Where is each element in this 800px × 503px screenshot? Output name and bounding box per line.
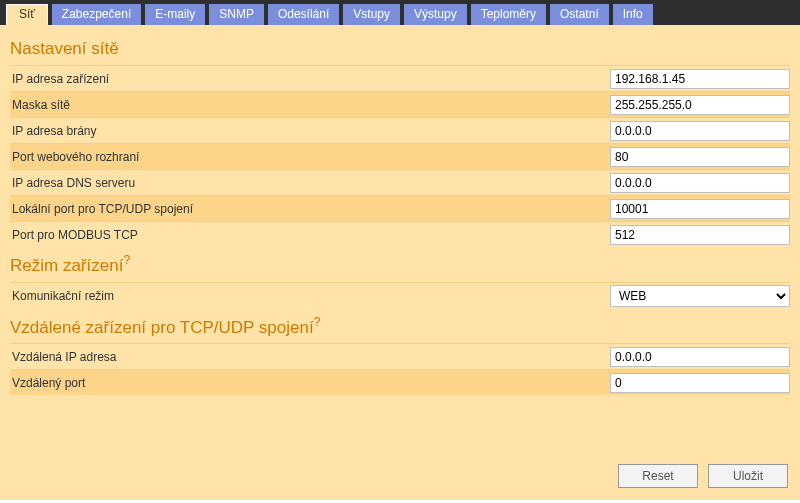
label-rip: Vzdálená IP adresa: [10, 350, 610, 364]
label-gateway: IP adresa brány: [10, 124, 610, 138]
section-title-remote-text: Vzdálené zařízení pro TCP/UDP spojení: [10, 317, 314, 336]
input-rip[interactable]: [610, 347, 790, 367]
tab-info[interactable]: Info: [613, 4, 653, 25]
row-gateway: IP adresa brány: [10, 117, 790, 143]
tab-ostatni[interactable]: Ostatní: [550, 4, 609, 25]
row-commmode: Komunikační režim WEB: [10, 282, 790, 309]
save-button[interactable]: Uložit: [708, 464, 788, 488]
label-dns: IP adresa DNS serveru: [10, 176, 610, 190]
label-modbus: Port pro MODBUS TCP: [10, 228, 610, 242]
section-title-mode-text: Režim zařízení: [10, 256, 123, 275]
row-ip: IP adresa zařízení: [10, 65, 790, 91]
input-webport[interactable]: [610, 147, 790, 167]
input-localport[interactable]: [610, 199, 790, 219]
select-commmode[interactable]: WEB: [610, 285, 790, 307]
label-ip: IP adresa zařízení: [10, 72, 610, 86]
row-rport: Vzdálený port: [10, 369, 790, 395]
tab-teplomery[interactable]: Teploměry: [471, 4, 546, 25]
row-mask: Maska sítě: [10, 91, 790, 117]
tab-emaily[interactable]: E-maily: [145, 4, 205, 25]
label-rport: Vzdálený port: [10, 376, 610, 390]
input-dns[interactable]: [610, 173, 790, 193]
input-rport[interactable]: [610, 373, 790, 393]
input-mask[interactable]: [610, 95, 790, 115]
reset-button[interactable]: Reset: [618, 464, 698, 488]
row-modbus: Port pro MODBUS TCP: [10, 221, 790, 247]
help-icon[interactable]: ?: [314, 315, 321, 329]
row-webport: Port webového rozhraní: [10, 143, 790, 169]
label-localport: Lokální port pro TCP/UDP spojení: [10, 202, 610, 216]
section-title-remote: Vzdálené zařízení pro TCP/UDP spojení?: [10, 309, 790, 344]
row-dns: IP adresa DNS serveru: [10, 169, 790, 195]
input-modbus[interactable]: [610, 225, 790, 245]
tab-vystupy[interactable]: Výstupy: [404, 4, 467, 25]
input-gateway[interactable]: [610, 121, 790, 141]
help-icon[interactable]: ?: [123, 253, 130, 267]
tab-vstupy[interactable]: Vstupy: [343, 4, 400, 25]
section-title-net: Nastavení sítě: [10, 33, 790, 65]
tab-zabezpeceni[interactable]: Zabezpečení: [52, 4, 141, 25]
tab-bar: Síť Zabezpečení E-maily SNMP Odesílání V…: [0, 0, 800, 25]
label-mask: Maska sítě: [10, 98, 610, 112]
label-commmode: Komunikační režim: [10, 289, 610, 303]
footer-buttons: Reset Uložit: [618, 464, 788, 488]
tab-sit[interactable]: Síť: [6, 4, 48, 25]
section-title-mode: Režim zařízení?: [10, 247, 790, 282]
row-localport: Lokální port pro TCP/UDP spojení: [10, 195, 790, 221]
label-webport: Port webového rozhraní: [10, 150, 610, 164]
tab-odesilani[interactable]: Odesílání: [268, 4, 339, 25]
tab-snmp[interactable]: SNMP: [209, 4, 264, 25]
page-content: Nastavení sítě IP adresa zařízení Maska …: [0, 25, 800, 500]
input-ip[interactable]: [610, 69, 790, 89]
row-rip: Vzdálená IP adresa: [10, 343, 790, 369]
